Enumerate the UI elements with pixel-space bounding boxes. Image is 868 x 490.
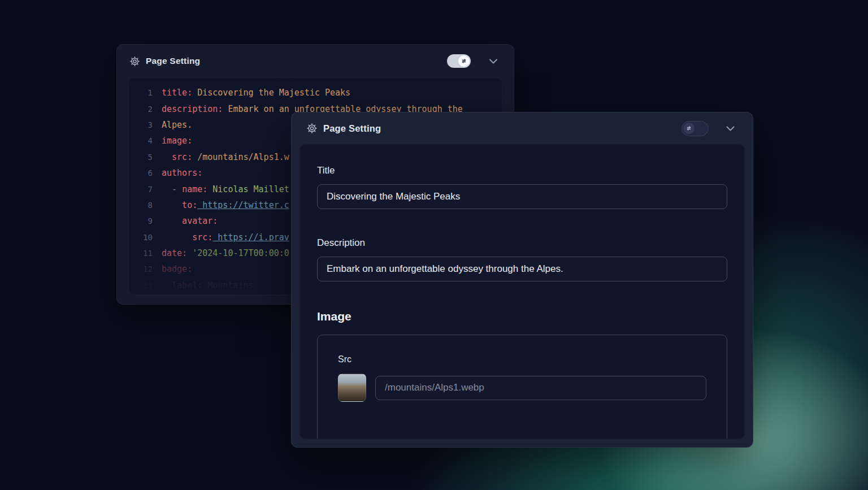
swap-icon: [685, 125, 692, 132]
image-card: Src: [317, 335, 727, 439]
page-setting-form-panel: Page Setting Title Description Image Src: [291, 112, 753, 448]
toggle-knob: [683, 123, 695, 134]
description-label: Description: [317, 237, 727, 249]
src-label: Src: [338, 354, 706, 365]
swap-icon: [461, 58, 467, 64]
toggle-knob: [458, 55, 470, 67]
title-field-group: Title: [317, 165, 727, 209]
image-thumbnail[interactable]: [338, 374, 366, 402]
gear-icon: [306, 123, 318, 134]
panel-title: Page Setting: [146, 56, 200, 66]
src-input[interactable]: [375, 376, 706, 400]
editor-mode-toggle[interactable]: [447, 54, 471, 68]
description-field-group: Description: [317, 237, 727, 281]
gear-icon: [129, 56, 140, 67]
image-section-heading: Image: [317, 310, 727, 323]
collapse-chevron[interactable]: [722, 120, 738, 136]
yaml-panel-header: Page Setting: [117, 45, 514, 77]
form-panel-header: Page Setting: [292, 112, 753, 144]
src-row: [338, 374, 706, 402]
description-input[interactable]: [317, 257, 727, 281]
editor-mode-toggle[interactable]: [682, 121, 709, 136]
title-input[interactable]: [317, 184, 727, 209]
code-line: 1title: Discovering the Majestic Peaks: [137, 85, 502, 101]
form-body: Title Description Image Src: [300, 144, 745, 439]
panel-title: Page Setting: [323, 123, 381, 134]
collapse-chevron[interactable]: [485, 53, 501, 69]
title-label: Title: [317, 165, 727, 176]
